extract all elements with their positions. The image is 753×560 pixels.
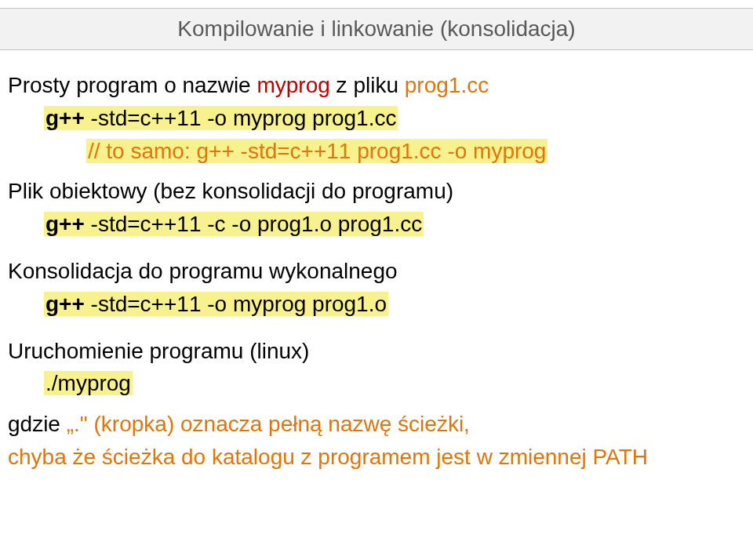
text-note-2: chyba że ścieżka do katalogu z programem… [8, 442, 745, 472]
text-link: Konsolidacja do programu wykonalnego [8, 256, 745, 286]
cmd-run: ./myprog [44, 371, 133, 395]
cmd-rest: -std=c++11 -o myprog prog1.cc [85, 106, 397, 130]
text: chyba że ścieżka do katalogu z programem… [8, 445, 648, 469]
title-bar: Kompilowanie i linkowanie (konsolidacja) [0, 8, 753, 50]
text: Plik obiektowy (bez konsolidacji do prog… [8, 179, 453, 203]
text: gdzie [8, 412, 67, 436]
text: Konsolidacja do programu wykonalnego [8, 259, 398, 283]
slide-content: Prosty program o nazwie myprog z pliku p… [8, 71, 745, 475]
filename: prog1.cc [405, 73, 489, 97]
cmd-rest: -std=c++11 -o myprog prog1.o [85, 292, 387, 316]
command-1: g++ -std=c++11 -o myprog prog1.cc [8, 104, 745, 133]
cmd-bold: g++ [45, 106, 85, 130]
text-objectfile: Plik obiektowy (bez konsolidacji do prog… [8, 176, 745, 206]
command-3: g++ -std=c++11 -o myprog prog1.o [8, 289, 745, 319]
command-2: g++ -std=c++11 -c -o prog1.o prog1.cc [8, 209, 745, 239]
text-note-1: gdzie „." (kropka) oznacza pełną nazwę ś… [8, 409, 745, 439]
cmd-rest: -std=c++11 -c -o prog1.o prog1.cc [85, 212, 422, 236]
slide-title: Kompilowanie i linkowanie (konsolidacja) [177, 16, 575, 42]
cmd-bold: g++ [45, 212, 85, 236]
text: Uruchomienie programu (linux) [8, 339, 309, 363]
command-1-alt: // to samo: g++ -std=c++11 prog1.cc -o m… [8, 136, 745, 166]
text-run: Uruchomienie programu (linux) [8, 336, 745, 366]
text: Prosty program o nazwie [8, 73, 256, 97]
command-run: ./myprog [8, 369, 745, 398]
progname: myprog [256, 73, 329, 97]
text: z pliku [330, 73, 405, 97]
cmd-comment: // to samo: g++ -std=c++11 prog1.cc -o m… [86, 139, 547, 163]
intro-line: Prosty program o nazwie myprog z pliku p… [8, 71, 745, 100]
cmd-bold: g++ [45, 292, 85, 316]
text-orange: „." (kropka) oznacza pełną nazwę ścieżki… [67, 412, 470, 436]
